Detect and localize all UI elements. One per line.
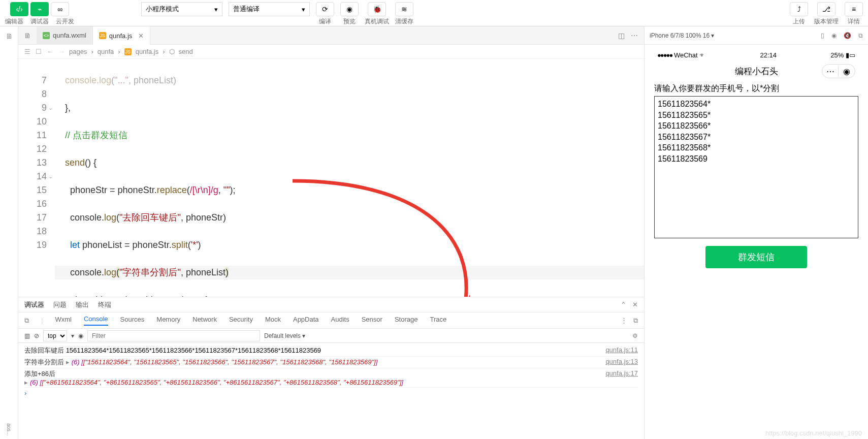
phone-numbers-input[interactable] xyxy=(654,96,858,238)
version-button[interactable]: ⎇ xyxy=(817,2,835,16)
main-toolbar: ‹/› ⌁ ∞ 编辑器 调试器 云开发 小程序模式▾ 普通编译▾ ⟳编译 ◉预览… xyxy=(0,0,868,26)
phone-status-bar: ●●●●● WeChat ᯤ 22:14 25% ▮▭ xyxy=(652,49,860,61)
levels-select[interactable]: Default levels ▾ xyxy=(264,332,305,339)
memory-tab[interactable]: Memory xyxy=(156,316,180,325)
issue-tab[interactable]: 问题 xyxy=(53,300,67,309)
breadcrumb: ☰ ☐ ← → pages› qunfa› JS qunfa.js› ⬡ sen… xyxy=(18,45,644,59)
sidebar-text: aos... xyxy=(4,424,15,435)
forward-icon[interactable]: → xyxy=(58,48,65,55)
tab-qunfa-js[interactable]: JSqunfa.js✕ xyxy=(93,26,151,45)
sensor-tab[interactable]: Sensor xyxy=(362,316,382,325)
menu-icon[interactable]: ⋯ xyxy=(822,67,839,76)
device-icon[interactable]: ▯ xyxy=(821,32,824,39)
console-tab[interactable]: Console xyxy=(84,315,108,326)
appdata-tab[interactable]: AppData xyxy=(293,316,319,325)
settings-icon[interactable]: ⚙ xyxy=(632,332,638,339)
tab-qunfa-wxml[interactable]: <>qunfa.wxml xyxy=(37,26,93,45)
output-tab[interactable]: 输出 xyxy=(76,300,89,309)
close-icon[interactable]: ✕ xyxy=(138,32,144,40)
file-icon[interactable]: 🗎 xyxy=(18,32,37,40)
console-output[interactable]: 去除回车键后 15611823564*15611823565*156118235… xyxy=(18,343,644,439)
source-link[interactable]: qunfa.js:11 xyxy=(605,346,638,355)
console-filter-input[interactable] xyxy=(90,331,258,340)
mock-tab[interactable]: Mock xyxy=(265,316,281,325)
mute-icon[interactable]: 🔇 xyxy=(844,32,851,39)
source-link[interactable]: qunfa.js:13 xyxy=(605,358,638,367)
clear-cache-button[interactable]: ≋ xyxy=(395,2,413,16)
trace-tab[interactable]: Trace xyxy=(430,316,446,325)
live-expr-icon[interactable]: ◉ xyxy=(78,332,83,339)
wifi-icon: ᯤ xyxy=(699,51,706,59)
wxml-icon: <> xyxy=(43,32,50,39)
terminal-tab[interactable]: 终端 xyxy=(98,300,111,309)
sources-tab[interactable]: Sources xyxy=(120,316,145,325)
debugger-toggle-button[interactable]: ⌁ xyxy=(30,2,49,16)
split-editor-icon[interactable]: ◫ xyxy=(618,32,625,40)
js-icon: JS xyxy=(99,32,106,39)
code-content[interactable]: console.log("...", phoneList) }, // 点击群发… xyxy=(55,59,644,297)
chevron-up-icon[interactable]: ⌃ xyxy=(621,301,626,308)
debugger-label: 调试器 xyxy=(30,17,49,26)
detach-icon[interactable]: ⧉ xyxy=(858,32,863,39)
sidebar: 🗎 aos... xyxy=(0,26,18,439)
target-icon[interactable]: ◉ xyxy=(839,67,855,76)
page-title: 编程小石头 xyxy=(735,66,778,77)
popout-icon[interactable]: ⧉ xyxy=(633,317,638,325)
audits-tab[interactable]: Audits xyxy=(331,316,349,325)
wxml-tab[interactable]: Wxml xyxy=(55,316,72,325)
back-icon[interactable]: ← xyxy=(47,48,53,55)
send-sms-button[interactable]: 群发短信 xyxy=(705,246,807,268)
code-editor[interactable]: 7 8 9⌄ 10 11 12 13 14⌄ 15 16 17 18 19 co… xyxy=(18,59,644,297)
storage-tab[interactable]: Storage xyxy=(395,316,418,325)
explorer-icon[interactable]: 🗎 xyxy=(4,30,15,42)
cloud-label: 云开发 xyxy=(56,17,74,26)
context-select[interactable]: top xyxy=(43,330,67,341)
console-prompt[interactable]: › xyxy=(24,388,638,397)
editor-toggle-button[interactable]: ‹/› xyxy=(10,2,28,16)
more-button[interactable]: ≡ xyxy=(845,2,863,16)
tab-more-icon[interactable]: ⋯ xyxy=(631,32,638,40)
editor-tabs: 🗎 <>qunfa.wxml JSqunfa.js✕ ◫ ⋯ xyxy=(18,26,644,45)
console-sidebar-icon[interactable]: ▥ xyxy=(24,332,30,339)
upload-button[interactable]: ⤴ xyxy=(790,2,808,16)
watermark: https://blog.csdn.net/qiushi_1990 xyxy=(765,429,862,437)
device-select[interactable]: iPhone 6/7/8 100% 16 ▾ xyxy=(650,32,714,39)
devtools-more-icon[interactable]: ⋮ xyxy=(621,317,627,324)
mode-select[interactable]: 小程序模式▾ xyxy=(141,2,222,16)
inspect-icon[interactable]: ⧉ xyxy=(24,317,29,325)
compile-button[interactable]: ⟳ xyxy=(316,2,334,16)
source-link[interactable]: qunfa.js:17 xyxy=(605,369,638,379)
bookmark-icon[interactable]: ☐ xyxy=(36,48,42,55)
compile-select[interactable]: 普通编译▾ xyxy=(229,2,310,16)
preview-button[interactable]: ◉ xyxy=(340,2,359,16)
close-icon[interactable]: ✕ xyxy=(632,301,638,308)
battery-icon: ▮▭ xyxy=(846,51,855,59)
phone-time: 22:14 xyxy=(760,51,777,59)
line-gutter: 7 8 9⌄ 10 11 12 13 14⌄ 15 16 17 18 19 xyxy=(18,59,55,297)
menu-icon[interactable]: ☰ xyxy=(24,48,30,55)
simulator-pane: iPhone 6/7/8 100% 16 ▾ ▯ ◉ 🔇 ⧉ ●●●●● WeC… xyxy=(645,26,868,439)
real-debug-button[interactable]: 🐞 xyxy=(368,2,386,16)
clear-console-icon[interactable]: ⊘ xyxy=(34,332,39,339)
editor-label: 编辑器 xyxy=(5,17,23,26)
security-tab[interactable]: Security xyxy=(229,316,253,325)
input-label: 请输入你要群发的手机号，以*分割 xyxy=(654,83,858,94)
record-icon[interactable]: ◉ xyxy=(831,32,837,39)
cloud-dev-button[interactable]: ∞ xyxy=(51,2,69,16)
debugger-tab[interactable]: 调试器 xyxy=(24,300,44,309)
cube-icon: ⬡ xyxy=(169,48,175,55)
js-icon: JS xyxy=(124,48,132,55)
debugger-panel: 调试器 问题 输出 终端 ⌃ ✕ ⧉ | Wxml Console Source… xyxy=(18,297,644,439)
network-tab[interactable]: Network xyxy=(192,316,217,325)
